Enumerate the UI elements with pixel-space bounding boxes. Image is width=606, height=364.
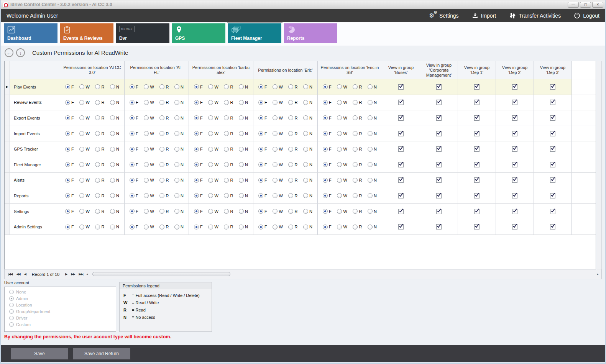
account-type-option[interactable]: Driver — [9, 316, 111, 320]
radio-unselected[interactable] — [353, 178, 358, 183]
radio-option-n[interactable]: N — [239, 225, 248, 230]
radio-selected[interactable] — [130, 147, 135, 152]
checkbox-checked[interactable] — [436, 146, 442, 152]
radio-option-n[interactable]: N — [239, 209, 248, 214]
radio-option-w[interactable]: W — [208, 193, 218, 198]
radio-unselected[interactable] — [303, 209, 308, 214]
checkbox-checked[interactable] — [474, 224, 480, 230]
radio-option-f[interactable]: F — [65, 225, 74, 230]
radio-option-f[interactable]: F — [323, 131, 332, 136]
radio-option-r[interactable]: R — [159, 178, 169, 183]
radio-unselected[interactable] — [79, 131, 84, 136]
checkbox-checked[interactable] — [436, 162, 442, 167]
radio-option-n[interactable]: N — [368, 115, 377, 120]
radio-option-f[interactable]: F — [258, 84, 267, 89]
account-type-option[interactable]: Custom — [9, 322, 111, 327]
radio-option-f[interactable]: F — [65, 115, 74, 120]
radio-option-w[interactable]: W — [208, 209, 218, 214]
checkbox-checked[interactable] — [398, 162, 404, 167]
radio-selected[interactable] — [258, 115, 263, 120]
radio-selected[interactable] — [194, 225, 199, 230]
radio-unselected[interactable] — [9, 316, 14, 320]
radio-option-r[interactable]: R — [288, 115, 297, 120]
radio-unselected[interactable] — [208, 225, 213, 230]
radio-option-f[interactable]: F — [65, 131, 74, 136]
radio-unselected[interactable] — [337, 193, 342, 198]
radio-unselected[interactable] — [224, 131, 229, 136]
import-button[interactable]: Import — [472, 12, 496, 19]
radio-unselected[interactable] — [239, 178, 244, 183]
radio-unselected[interactable] — [288, 84, 293, 89]
radio-unselected[interactable] — [174, 178, 179, 183]
radio-unselected[interactable] — [159, 209, 164, 214]
radio-option-f[interactable]: F — [258, 115, 267, 120]
checkbox-checked[interactable] — [436, 193, 442, 198]
radio-unselected[interactable] — [95, 131, 100, 136]
radio-option-n[interactable]: N — [174, 225, 184, 230]
radio-selected[interactable] — [65, 100, 70, 105]
radio-option-f[interactable]: F — [258, 209, 267, 214]
radio-option-r[interactable]: R — [288, 225, 297, 230]
radio-selected[interactable] — [65, 193, 70, 198]
radio-option-f[interactable]: F — [130, 162, 138, 167]
radio-selected[interactable] — [130, 100, 135, 105]
radio-unselected[interactable] — [288, 100, 293, 105]
radio-option-f[interactable]: F — [323, 193, 332, 198]
tab-dvr[interactable]: MERGE Dvr — [116, 23, 169, 43]
radio-unselected[interactable] — [353, 162, 358, 167]
checkbox-checked[interactable] — [436, 224, 442, 230]
radio-option-r[interactable]: R — [95, 178, 104, 183]
radio-unselected[interactable] — [144, 100, 149, 105]
checkbox-checked[interactable] — [550, 115, 555, 121]
radio-option-n[interactable]: N — [174, 162, 184, 167]
radio-unselected[interactable] — [368, 178, 373, 183]
radio-option-n[interactable]: N — [110, 209, 119, 214]
radio-unselected[interactable] — [144, 162, 149, 167]
radio-unselected[interactable] — [208, 162, 213, 167]
checkbox-checked[interactable] — [436, 115, 442, 121]
radio-unselected[interactable] — [303, 162, 308, 167]
radio-option-w[interactable]: W — [337, 147, 347, 152]
radio-option-r[interactable]: R — [288, 147, 297, 152]
radio-unselected[interactable] — [224, 84, 229, 89]
radio-option-w[interactable]: W — [144, 131, 154, 136]
radio-unselected[interactable] — [208, 193, 213, 198]
radio-unselected[interactable] — [79, 193, 84, 198]
radio-option-w[interactable]: W — [337, 84, 347, 89]
checkbox-checked[interactable] — [550, 224, 555, 230]
radio-unselected[interactable] — [159, 162, 164, 167]
radio-unselected[interactable] — [159, 100, 164, 105]
radio-option-w[interactable]: W — [273, 225, 282, 230]
radio-option-r[interactable]: R — [224, 147, 233, 152]
radio-unselected[interactable] — [110, 162, 115, 167]
radio-selected[interactable] — [194, 84, 199, 89]
radio-selected[interactable] — [9, 296, 14, 301]
radio-option-f[interactable]: F — [65, 193, 74, 198]
radio-unselected[interactable] — [224, 100, 229, 105]
radio-option-r[interactable]: R — [288, 178, 297, 183]
radio-unselected[interactable] — [174, 84, 179, 89]
radio-selected[interactable] — [194, 162, 199, 167]
radio-unselected[interactable] — [208, 147, 213, 152]
radio-unselected[interactable] — [79, 100, 84, 105]
radio-option-f[interactable]: F — [323, 178, 332, 183]
checkbox-checked[interactable] — [512, 131, 517, 136]
radio-option-r[interactable]: R — [353, 84, 362, 89]
radio-option-r[interactable]: R — [353, 100, 362, 105]
radio-option-r[interactable]: R — [224, 193, 233, 198]
radio-unselected[interactable] — [95, 162, 100, 167]
radio-selected[interactable] — [194, 193, 199, 198]
radio-option-n[interactable]: N — [174, 193, 184, 198]
tab-reports[interactable]: Reports — [284, 23, 337, 43]
radio-option-w[interactable]: W — [273, 193, 282, 198]
radio-option-n[interactable]: N — [110, 178, 119, 183]
radio-option-w[interactable]: W — [273, 209, 282, 214]
radio-option-w[interactable]: W — [273, 131, 282, 136]
account-type-option[interactable]: None — [9, 290, 111, 294]
radio-option-r[interactable]: R — [95, 115, 104, 120]
radio-unselected[interactable] — [110, 178, 115, 183]
radio-unselected[interactable] — [288, 131, 293, 136]
radio-unselected[interactable] — [144, 209, 149, 214]
scroll-right-icon[interactable]: ► — [596, 273, 599, 275]
radio-option-w[interactable]: W — [79, 100, 89, 105]
